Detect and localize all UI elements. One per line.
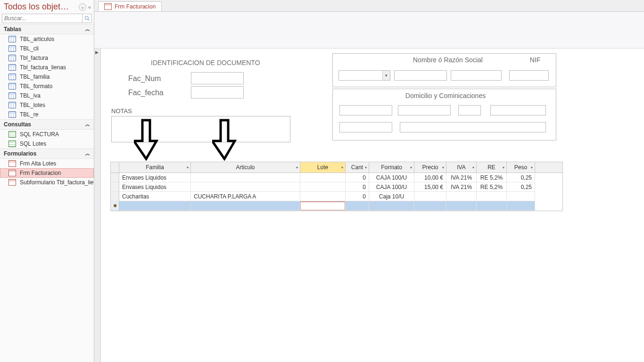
cell[interactable]: CAJA 100/U xyxy=(369,182,414,192)
group-header-tablas[interactable]: Tablas ︽ xyxy=(0,24,94,34)
cell[interactable] xyxy=(346,201,369,211)
new-row-marker[interactable]: ✱ xyxy=(111,201,119,211)
search-button[interactable] xyxy=(83,14,92,23)
nav-item[interactable]: Tbl_factura_lienas xyxy=(0,63,94,72)
nav-item[interactable]: TBL_articulos xyxy=(0,34,94,44)
dom-field-4[interactable] xyxy=(490,105,546,115)
column-header[interactable]: Peso▾ xyxy=(507,162,535,173)
cell[interactable] xyxy=(414,192,446,201)
cell[interactable]: 0,25 xyxy=(507,182,535,192)
nav-item[interactable]: SQL FACTURA xyxy=(0,130,94,139)
group-header-consultas[interactable]: Consultas ︽ xyxy=(0,119,94,130)
cell[interactable] xyxy=(300,173,346,182)
cliente-field-2[interactable] xyxy=(394,70,447,81)
dom-field-6[interactable] xyxy=(400,122,546,132)
chevron-down-icon[interactable]: ▾ xyxy=(472,165,474,170)
tab-frm-facturacion[interactable]: Frm Facturacion xyxy=(98,1,162,11)
dom-field-1[interactable] xyxy=(339,105,392,115)
cell[interactable]: RE 5,2% xyxy=(477,182,507,192)
dom-field-2[interactable] xyxy=(398,105,451,115)
column-header[interactable]: Cant▾ xyxy=(346,162,369,173)
nav-item[interactable]: TBL_re xyxy=(0,110,94,119)
nif-field[interactable] xyxy=(509,70,549,81)
cell[interactable]: Caja 10/U xyxy=(369,192,414,201)
cell[interactable]: 0 xyxy=(346,182,369,192)
cell[interactable]: Envases Liquidos xyxy=(119,173,191,182)
cell[interactable] xyxy=(446,201,477,211)
nav-item[interactable]: TBL_familia xyxy=(0,72,94,82)
table-row[interactable]: CucharitasCUCHARITA P.LARGA A0Caja 10/U xyxy=(111,192,562,201)
row-selector[interactable] xyxy=(111,192,119,201)
cell[interactable] xyxy=(446,192,477,201)
nav-collapse-icon[interactable]: « xyxy=(88,4,91,10)
chevron-down-icon[interactable]: ▾ xyxy=(187,165,189,170)
cell[interactable]: 0 xyxy=(346,192,369,201)
nav-item[interactable]: Tbl_factura xyxy=(0,53,94,63)
column-header[interactable]: Formato▾ xyxy=(369,162,414,173)
chevron-down-icon[interactable]: ▾ xyxy=(365,165,367,170)
chevron-down-icon[interactable]: ▾ xyxy=(296,165,298,170)
nav-title[interactable]: Todos los objet… xyxy=(4,2,77,12)
cell[interactable] xyxy=(369,201,414,211)
cliente-field-3[interactable] xyxy=(451,70,502,81)
nav-item[interactable]: TBL_cli xyxy=(0,44,94,53)
chevron-down-icon[interactable]: ▾ xyxy=(341,165,343,170)
chevron-down-icon[interactable]: ▾ xyxy=(442,165,444,170)
select-all-corner[interactable] xyxy=(111,162,119,173)
cell[interactable] xyxy=(300,182,346,192)
cell[interactable] xyxy=(191,182,300,192)
cell[interactable]: 10,00 € xyxy=(414,173,446,182)
row-selector[interactable] xyxy=(111,182,119,192)
nav-item[interactable]: Subformulario Tbl_factura_lie... xyxy=(0,178,94,187)
fac-fecha-input[interactable] xyxy=(191,86,244,99)
cell[interactable]: IVA 21% xyxy=(446,173,477,182)
chevron-down-icon[interactable]: ▾ xyxy=(531,165,533,170)
row-selector[interactable] xyxy=(111,173,119,182)
nav-item[interactable]: Frm Alta Lotes xyxy=(0,159,94,168)
fac-num-input[interactable] xyxy=(191,72,244,84)
chevron-down-icon[interactable]: ▾ xyxy=(503,165,504,170)
nav-item[interactable]: TBL_lotes xyxy=(0,100,94,110)
cliente-combo[interactable]: ▾ xyxy=(339,70,390,81)
column-header[interactable]: Precio▾ xyxy=(414,162,446,173)
column-header[interactable]: Familia▾ xyxy=(119,162,191,173)
cell[interactable]: RE 5,2% xyxy=(477,173,507,182)
cell[interactable] xyxy=(191,173,300,182)
cell[interactable]: IVA 21% xyxy=(446,182,477,192)
column-header[interactable]: Lote▾ xyxy=(300,162,346,173)
notas-input[interactable] xyxy=(111,116,290,142)
cell[interactable]: 0,25 xyxy=(507,173,535,182)
chevron-down-icon[interactable]: ▾ xyxy=(382,71,390,80)
nav-item[interactable]: TBL_iva xyxy=(0,91,94,100)
column-header[interactable]: Articulo▾ xyxy=(191,162,300,173)
cell[interactable] xyxy=(191,201,300,211)
nav-item[interactable]: SQL Lotes xyxy=(0,139,94,148)
cell[interactable] xyxy=(477,192,507,201)
cell[interactable]: CAJA 100/U xyxy=(369,173,414,182)
lote-combo-editor[interactable]: ▾ xyxy=(300,202,345,210)
nav-item[interactable]: Frm Facturacion xyxy=(0,168,94,178)
record-selector-bar[interactable]: ▶ xyxy=(94,49,101,362)
search-input[interactable] xyxy=(2,14,83,23)
cell[interactable] xyxy=(507,192,535,201)
dom-field-5[interactable] xyxy=(339,122,392,132)
table-row[interactable]: Envases Liquidos0CAJA 100/U10,00 €IVA 21… xyxy=(111,173,562,182)
lote-input[interactable] xyxy=(301,203,346,209)
column-header[interactable]: RE▾ xyxy=(477,162,507,173)
nav-dropdown-icon[interactable]: ⌄ xyxy=(79,3,86,11)
dom-field-3[interactable] xyxy=(458,105,481,115)
column-header[interactable]: IVA▾ xyxy=(446,162,477,173)
cell[interactable]: ▾ xyxy=(300,201,346,211)
group-header-formularios[interactable]: Formularios ︽ xyxy=(0,148,94,159)
cell[interactable] xyxy=(507,201,535,211)
table-row-new[interactable]: ✱▾ xyxy=(111,201,562,211)
cell[interactable]: CUCHARITA P.LARGA A xyxy=(191,192,300,201)
cell[interactable] xyxy=(300,192,346,201)
nav-item[interactable]: TBL_formato xyxy=(0,82,94,91)
chevron-down-icon[interactable]: ▾ xyxy=(410,165,412,170)
cell[interactable]: Envases Liquidos xyxy=(119,182,191,192)
table-row[interactable]: Envases Liquidos0CAJA 100/U15,00 €IVA 21… xyxy=(111,182,562,192)
cell[interactable] xyxy=(119,201,191,211)
cell[interactable]: 0 xyxy=(346,173,369,182)
cell[interactable]: 15,00 € xyxy=(414,182,446,192)
